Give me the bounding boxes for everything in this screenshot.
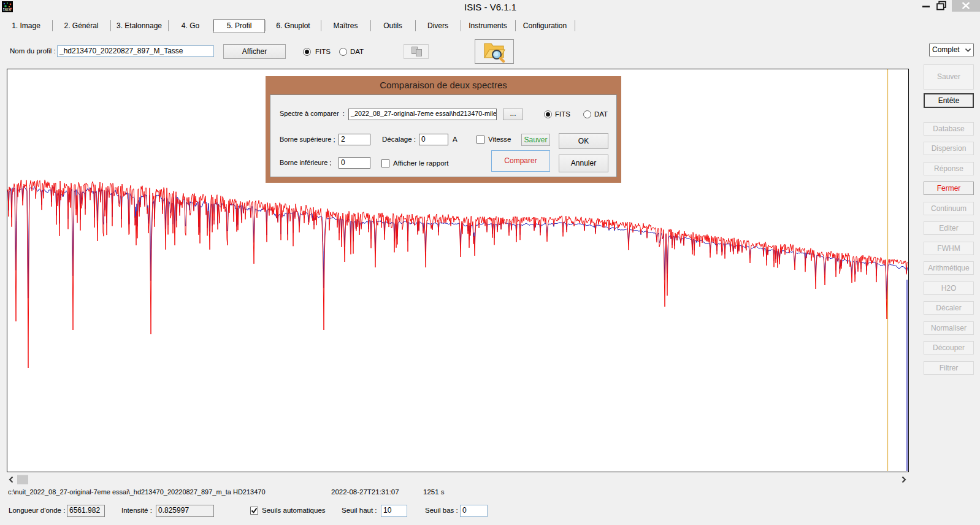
svg-text:ISIS: ISIS (3, 7, 12, 12)
